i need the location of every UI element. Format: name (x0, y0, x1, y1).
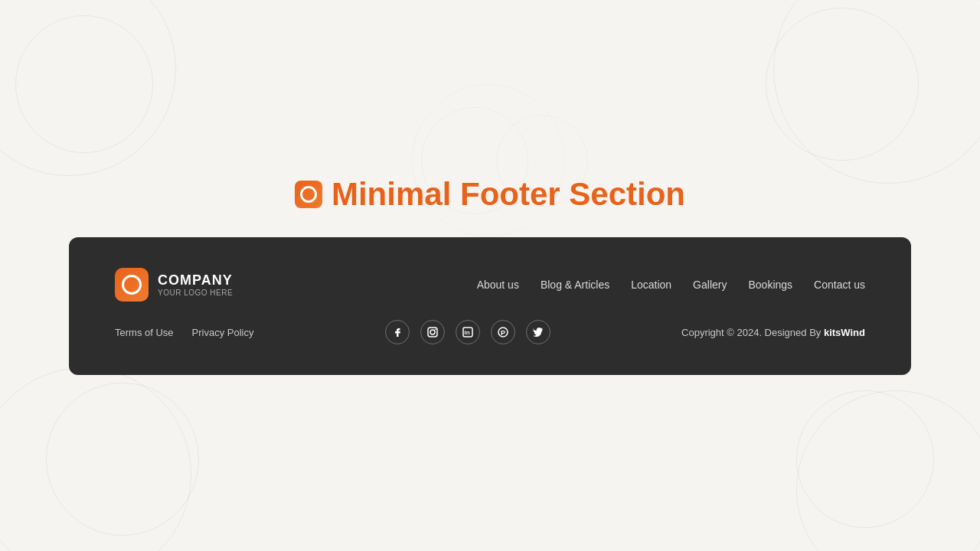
footer-nav: About us Blog & Articles Location Galler… (477, 279, 865, 291)
footer-top-row: COMPANY YOUR LOGO HERE About us Blog & A… (115, 268, 865, 302)
logo-company-name: COMPANY (158, 272, 233, 289)
svg-text:P: P (501, 329, 505, 337)
instagram-icon[interactable] (420, 320, 445, 344)
svg-text:in: in (464, 329, 469, 336)
copyright-text: Copyright © 2024. Designed By kitsWind (681, 327, 865, 338)
logo-area: COMPANY YOUR LOGO HERE (115, 268, 233, 302)
logo-icon (115, 268, 149, 302)
terms-of-use-link[interactable]: Terms of Use (115, 327, 174, 338)
footer-bottom-row: Terms of Use Privacy Policy (115, 320, 865, 344)
brand-name: kitsWind (824, 327, 865, 338)
logo-tagline: YOUR LOGO HERE (158, 289, 233, 297)
pinterest-icon[interactable]: P (491, 320, 515, 344)
nav-gallery[interactable]: Gallery (693, 279, 727, 291)
twitter-icon[interactable] (526, 320, 550, 344)
svg-point-1 (430, 330, 435, 334)
nav-about[interactable]: About us (477, 279, 519, 291)
nav-contact[interactable]: Contact us (814, 279, 865, 291)
nav-bookings[interactable]: Bookings (748, 279, 792, 291)
facebook-icon[interactable] (385, 320, 410, 344)
svg-rect-0 (428, 328, 437, 337)
svg-point-2 (434, 329, 436, 331)
page-title-section: Minimal Footer Section (295, 176, 685, 213)
logo-text: COMPANY YOUR LOGO HERE (158, 272, 233, 297)
title-logo-icon (295, 181, 322, 208)
social-icons: in P (385, 320, 550, 344)
legal-links: Terms of Use Privacy Policy (115, 327, 254, 338)
footer-card: COMPANY YOUR LOGO HERE About us Blog & A… (69, 237, 911, 375)
privacy-policy-link[interactable]: Privacy Policy (192, 327, 254, 338)
page-wrapper: Minimal Footer Section COMPANY YOUR LOGO… (0, 0, 980, 551)
nav-location[interactable]: Location (631, 279, 671, 291)
linkedin-icon[interactable]: in (456, 320, 480, 344)
page-title: Minimal Footer Section (332, 176, 685, 213)
nav-blog[interactable]: Blog & Articles (541, 279, 609, 291)
